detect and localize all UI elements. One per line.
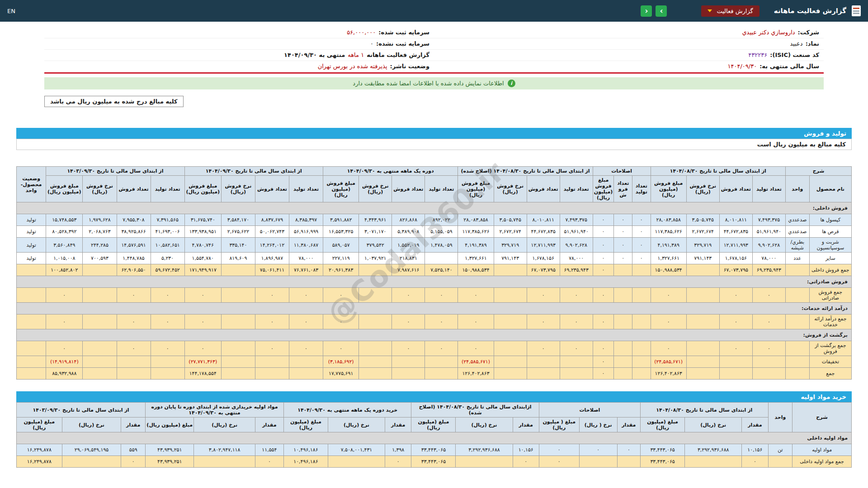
company-info-section: شرکت:داروسازي دکتر عبيدينماد:دعبيدکد صنع… — [44, 27, 824, 74]
value-cell: ۰ — [742, 456, 768, 468]
next-report-button[interactable]: › — [656, 5, 667, 17]
value-cell: ۰ — [593, 288, 614, 303]
column-header-status: وضعیت محصول- واحد — [17, 167, 46, 202]
value-cell — [359, 368, 392, 380]
table-header: شرحاز ابتدای سال مالی تا تاریخ ۱۴۰۴/۰۸/۳… — [17, 167, 852, 202]
data-row: سایرعدد۷۸,۰۰۰۱,۶۷۸,۱۵۶۷۹۱,۱۴۳۱,۳۲۷,۶۶۱۰۰… — [17, 253, 852, 264]
value-cell: ۱,۸۹۶,۹۸۷ — [255, 253, 289, 264]
value-cell — [614, 341, 632, 356]
value-cell: ۰ — [560, 341, 593, 356]
value-cell: ۰ — [392, 341, 425, 356]
value-cell: ۱۲,۷۱۱,۹۹۳ — [719, 238, 752, 253]
column-group-header: ازابتدای سال مالی تا تاریخ ۱۴۰۴/۰۸/۳۰ (ا… — [411, 403, 539, 418]
column-header: تعداد تولید — [425, 176, 458, 202]
value-cell: ۳,۵۰۵,۷۴۵ — [494, 214, 527, 226]
value-cell: ۷۰۰,۵۹۳ — [83, 253, 117, 264]
section-row: فروش صادراتی: — [17, 276, 852, 288]
status-cell — [17, 368, 46, 380]
value-cell: ۷,۵۲۵,۱۴۰ — [425, 264, 458, 276]
row-label: قرص ها — [809, 226, 851, 238]
value-cell: ۱۴,۵۷۶,۵۹۱ — [117, 238, 151, 253]
value-cell — [83, 314, 117, 329]
value-cell — [359, 314, 392, 329]
column-group-header: از ابتدای سال مالی تا تاریخ ۱۴۰۳/۰۹/۳۰ — [17, 403, 146, 418]
value-cell: ۳,۵۰۵,۷۴۵ — [686, 214, 719, 226]
value-cell: ۳,۲۹۲,۹۳۶,۶۸۸ — [456, 444, 513, 456]
info-label: سال مالی منتهی به: — [760, 63, 819, 70]
value-cell — [686, 264, 719, 276]
info-value: ۱۴۰۴/۰۹/۳۰ — [728, 63, 757, 70]
row-label: جمع برگشت از فروش — [809, 341, 851, 356]
value-cell: ۳۳۵,۱۴۰ — [221, 238, 255, 253]
value-cell: ۰ — [184, 288, 221, 303]
value-cell: ۰ — [632, 253, 651, 264]
data-row: شربت و سوسپانسیونبطري/ شیشه۹,۹۰۲,۶۲۸۱۲,۷… — [17, 238, 852, 253]
value-cell: ۵,۳۸۹,۹۰۸ — [392, 226, 425, 238]
value-cell: ۰ — [184, 314, 221, 329]
company-info-grid: شرکت:داروسازي دکتر عبيدينماد:دعبيدکد صنع… — [44, 27, 824, 74]
value-cell: ۱۲۶,۴۰۲,۸۶۳ — [651, 368, 686, 380]
value-cell: ۰ — [614, 226, 632, 238]
value-cell: ۳,۵۸۴,۱۷۰ — [221, 214, 255, 226]
value-cell: ۰ — [719, 314, 752, 329]
value-cell: ۸۹۲,۰۲۲ — [425, 214, 458, 226]
value-cell: ۷۹۱,۱۴۳ — [494, 253, 527, 264]
column-header: مبلغ فروش (میلیون ریال) — [323, 176, 359, 202]
value-cell: ۱۴۴,۱۷۸,۵۵۴ — [184, 368, 221, 380]
column-header: نرخ فروش (ریال) — [359, 176, 392, 202]
value-cell: ۰ — [513, 456, 539, 468]
status-cell: تولید — [17, 226, 46, 238]
unit-cell — [785, 341, 809, 356]
value-cell: ۰ — [255, 341, 289, 356]
column-header: تعداد فروش — [527, 176, 560, 202]
discount-row: تخفیفات(۲۴,۵۸۵,۶۷۱)۰(۲۴,۵۸۵,۶۷۱)(۳,۱۸۵,۶… — [17, 356, 852, 368]
total-row: جمع۱۲۶,۴۰۲,۸۶۳۰۱۲۶,۴۰۲,۸۶۳۱۷,۷۷۵,۶۹۱۱۴۴,… — [17, 368, 852, 380]
value-cell — [614, 264, 632, 276]
report-type-dropdown[interactable]: گزارش فعالیت — [701, 5, 759, 17]
info-row: شرکت:داروسازي دکتر عبيدي — [434, 27, 824, 38]
value-cell: ۳۳,۴۴۳,۰۶۵ — [411, 456, 456, 468]
info-row: نماد:دعبيد — [434, 38, 824, 50]
unit-cell — [785, 314, 809, 329]
unit-cell: صدعددي — [785, 214, 809, 226]
row-label: جمع فروش داخلی — [809, 264, 851, 276]
column-header: تعداد تولید — [632, 176, 651, 202]
value-cell: ۰ — [539, 444, 579, 456]
info-row: گزارش فعالیت ماهانه۱ ماههمنتهی به ۱۴۰۴/۰… — [44, 50, 434, 61]
value-cell: ۰ — [323, 314, 359, 329]
value-cell — [425, 253, 458, 264]
value-cell: ۰ — [392, 288, 425, 303]
value-cell: ۰ — [593, 314, 614, 329]
info-value: ۵۶,۰۰۰,۰۰۰ — [347, 29, 376, 36]
value-cell — [83, 341, 117, 356]
value-cell: ۰ — [121, 456, 146, 468]
total-row: جمع فروش صادراتی۰۰۰۰۰۰۰۰۰۰۰۰۰۰۰۰ — [17, 288, 852, 303]
value-cell: ۱,۳۲۷,۶۶۱ — [651, 253, 686, 264]
value-cell: ۷۹۱,۱۴۳ — [686, 253, 719, 264]
value-cell — [456, 456, 513, 468]
value-cell: ۰ — [752, 314, 785, 329]
data-row: مواد اولیهتن۱۰,۱۵۶۳,۲۹۲,۹۳۶,۶۸۸۳۳,۴۴۳,۰۶… — [17, 444, 852, 456]
info-col-right: شرکت:داروسازي دکتر عبيدينماد:دعبيدکد صنع… — [434, 27, 824, 72]
value-cell: ۲,۶۷۲,۶۷۴ — [686, 226, 719, 238]
row-label: جمع فروش صادراتی — [809, 288, 851, 303]
previous-report-button[interactable]: ‹ — [641, 5, 652, 17]
value-cell: ۱۳۳,۹۳۸,۹۵۱ — [184, 226, 221, 238]
value-cell — [617, 456, 640, 468]
column-header: مقدار — [617, 418, 640, 432]
value-cell — [117, 368, 151, 380]
column-group-header: از ابتدای سال مالی تا تاریخ ۱۴۰۴/۰۹/۳۰ — [184, 167, 323, 176]
value-cell — [194, 456, 255, 468]
value-cell — [83, 356, 117, 368]
value-cell — [494, 341, 527, 356]
language-toggle-en[interactable]: EN — [7, 8, 15, 14]
value-cell — [614, 368, 632, 380]
value-cell: ۴۳,۹۳۹,۲۵۱ — [146, 444, 194, 456]
value-cell: ۵۰,۰۶۲,۷۴۳ — [255, 226, 289, 238]
report-document-icon — [852, 5, 861, 16]
row-label: شربت و سوسپانسیون — [809, 238, 851, 253]
value-cell: ۸,۳۸۵,۳۹۷ — [289, 214, 323, 226]
column-header: مبلغ (میلیون ریال) — [283, 418, 328, 432]
topbar: گزارش فعالیت ماهانه گزارش فعالیت › ‹ EN — [0, 0, 868, 22]
section-label: برگشت از فروش: — [17, 329, 852, 341]
